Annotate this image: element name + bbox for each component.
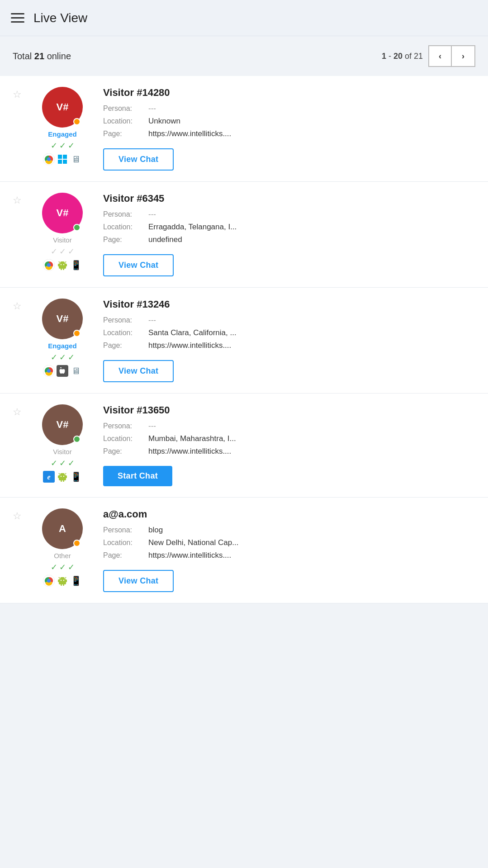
svg-rect-46 <box>61 584 62 586</box>
check-row: ✓✓✓ <box>51 562 75 572</box>
avatar-circle: V# <box>42 404 83 445</box>
svg-rect-33 <box>61 480 62 482</box>
star-icon[interactable]: ☆ <box>13 407 22 417</box>
svg-rect-15 <box>58 264 59 266</box>
location-label: Location: <box>103 435 148 443</box>
view-chat-button[interactable]: View Chat <box>103 570 174 592</box>
persona-value: --- <box>148 210 156 219</box>
svg-rect-12 <box>60 261 65 264</box>
apple-icon <box>57 365 68 377</box>
avatar-circle: V# <box>42 193 83 233</box>
check-mark: ✓ <box>59 352 66 362</box>
info-col: Visitor #6345 Persona: --- Location: Err… <box>103 193 475 276</box>
avatar-col: V# Engaged ✓✓✓ 🖥 <box>31 87 94 165</box>
page-row: Page: undefined <box>103 235 475 244</box>
svg-rect-31 <box>58 475 59 478</box>
page-row: Page: https://www.intelliticks.... <box>103 551 475 560</box>
star-col: ☆ <box>13 299 29 311</box>
header: Live View <box>0 0 488 36</box>
persona-label: Persona: <box>103 526 148 534</box>
info-col: Visitor #14280 Persona: --- Location: Un… <box>103 87 475 171</box>
location-value: Unknown <box>148 117 180 126</box>
location-row: Location: Unknown <box>103 117 475 126</box>
icon-row: 🖥 <box>43 365 82 377</box>
svg-point-35 <box>61 476 62 477</box>
svg-rect-47 <box>63 584 64 586</box>
svg-rect-4 <box>58 155 62 159</box>
star-icon[interactable]: ☆ <box>13 511 22 521</box>
next-page-button[interactable]: › <box>452 46 474 66</box>
location-label: Location: <box>103 329 148 337</box>
visitor-status-label: Engaged <box>48 342 76 350</box>
avatar-text: V# <box>57 419 69 431</box>
location-label: Location: <box>103 117 148 125</box>
persona-row: Persona: blog <box>103 526 475 535</box>
svg-text:e: e <box>47 473 50 481</box>
page-row: Page: https://www.intelliticks.... <box>103 447 475 456</box>
avatar-circle: V# <box>42 299 83 339</box>
online-count: 21 <box>34 51 44 61</box>
location-value: Santa Clara, California, ... <box>148 328 237 337</box>
svg-rect-32 <box>66 475 67 478</box>
total-label: Total <box>13 51 32 61</box>
persona-row: Persona: --- <box>103 422 475 431</box>
persona-label: Persona: <box>103 210 148 218</box>
location-row: Location: Santa Clara, California, ... <box>103 328 475 337</box>
icon-row: 📱 <box>43 259 82 271</box>
status-dot <box>73 330 81 337</box>
persona-label: Persona: <box>103 422 148 430</box>
star-icon[interactable]: ☆ <box>13 195 22 205</box>
check-mark: ✓ <box>51 458 57 468</box>
svg-rect-7 <box>63 160 67 164</box>
check-mark: ✓ <box>68 562 75 572</box>
svg-point-2 <box>47 157 51 161</box>
persona-value: --- <box>148 422 156 431</box>
chrome-icon <box>43 153 55 165</box>
avatar-text: V# <box>57 101 69 113</box>
svg-point-48 <box>61 580 62 581</box>
visitor-status-label: Visitor <box>53 448 71 455</box>
mobile-icon: 📱 <box>70 259 82 271</box>
total-online: Total 21 online <box>13 51 71 62</box>
avatar-col: V# Engaged ✓✓✓ 🖥 <box>31 299 94 377</box>
location-row: Location: Erragadda, Telangana, I... <box>103 223 475 232</box>
svg-rect-17 <box>61 269 62 270</box>
location-row: Location: Mumbai, Maharashtra, I... <box>103 434 475 443</box>
persona-value: --- <box>148 316 156 325</box>
check-mark: ✓ <box>68 458 75 468</box>
icon-row: e 📱 <box>43 471 82 483</box>
view-chat-button[interactable]: View Chat <box>103 254 174 276</box>
persona-row: Persona: --- <box>103 210 475 219</box>
persona-label: Persona: <box>103 316 148 324</box>
view-chat-button[interactable]: View Chat <box>103 148 174 171</box>
visitor-item: ☆ V# Visitor ✓✓✓ <box>0 182 488 288</box>
page-row: Page: https://www.intelliticks.... <box>103 341 475 350</box>
visitor-list: ☆ V# Engaged ✓✓✓ 🖥 <box>0 76 488 603</box>
star-icon[interactable]: ☆ <box>13 90 22 100</box>
avatar-circle: A <box>42 508 83 549</box>
page-label: Page: <box>103 130 148 138</box>
toolbar: Total 21 online 1 - 20 of 21 ‹ › <box>0 36 488 76</box>
check-mark: ✓ <box>68 141 75 151</box>
pagination-buttons: ‹ › <box>428 45 475 67</box>
avatar-col: V# Visitor ✓✓✓ e 📱 <box>31 404 94 483</box>
view-chat-button[interactable]: View Chat <box>103 360 174 382</box>
location-value: New Delhi, National Cap... <box>148 538 238 547</box>
prev-page-button[interactable]: ‹ <box>429 46 452 66</box>
start-chat-button[interactable]: Start Chat <box>103 466 172 486</box>
visitor-name: Visitor #6345 <box>103 193 475 204</box>
check-mark: ✓ <box>68 352 75 362</box>
persona-row: Persona: --- <box>103 104 475 113</box>
ie-icon: e <box>43 471 55 483</box>
visitor-item: ☆ V# Engaged ✓✓✓ 🖥 V <box>0 288 488 394</box>
hamburger-menu[interactable] <box>11 13 24 23</box>
chrome-icon <box>43 575 55 587</box>
page-value: undefined <box>148 235 182 244</box>
svg-rect-16 <box>66 264 67 266</box>
star-icon[interactable]: ☆ <box>13 301 22 311</box>
visitor-item: ☆ V# Visitor ✓✓✓ e � <box>0 394 488 498</box>
svg-point-36 <box>63 476 64 477</box>
location-value: Erragadda, Telangana, I... <box>148 223 237 232</box>
location-row: Location: New Delhi, National Cap... <box>103 538 475 547</box>
check-mark: ✓ <box>51 562 57 572</box>
